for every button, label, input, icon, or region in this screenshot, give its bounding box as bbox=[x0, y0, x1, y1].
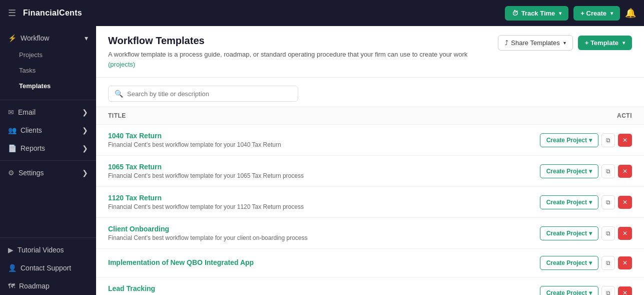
track-time-button[interactable]: ⏱ Track Time ▾ bbox=[505, 6, 569, 21]
copy-button-4[interactable]: ⧉ bbox=[601, 256, 615, 270]
row-actions-4: Create Project ▾ ⧉ ✕ bbox=[522, 256, 632, 270]
share-chevron-icon: ▾ bbox=[563, 40, 566, 46]
share-templates-button[interactable]: ⤴ Share Templates ▾ bbox=[498, 35, 572, 51]
sidebar-item-email[interactable]: ✉ Email ❯ bbox=[0, 103, 96, 121]
create-button[interactable]: + Create ▾ bbox=[573, 6, 620, 21]
page-subtitle: A workflow template is a process guide, … bbox=[108, 50, 483, 69]
row-actions-1: Create Project ▾ ⧉ ✕ bbox=[522, 164, 632, 178]
row-info-2: 1120 Tax Return Financial Cent's best wo… bbox=[108, 194, 522, 210]
topbar: ☰ FinancialCents ⏱ Track Time ▾ + Create… bbox=[0, 0, 644, 26]
row-actions-3: Create Project ▾ ⧉ ✕ bbox=[522, 226, 632, 240]
row-info-0: 1040 Tax Return Financial Cent's best wo… bbox=[108, 132, 522, 148]
table-header: TITLE ACTI bbox=[96, 107, 644, 125]
sidebar-item-tasks[interactable]: Tasks bbox=[0, 63, 96, 78]
sidebar-item-tutorial[interactable]: ▶ Tutorial Videos bbox=[0, 241, 96, 259]
delete-button-0[interactable]: ✕ bbox=[618, 134, 632, 147]
delete-button-3[interactable]: ✕ bbox=[618, 227, 632, 240]
delete-icon-2: ✕ bbox=[622, 199, 627, 206]
create-project-label-5: Create Project bbox=[546, 289, 587, 296]
table-row: Lead Tracking An advanced workflow templ… bbox=[96, 277, 644, 295]
support-icon: 👤 bbox=[8, 264, 17, 272]
template-title-0[interactable]: 1040 Tax Return bbox=[108, 132, 522, 140]
sidebar-item-reports[interactable]: 📄 Reports ❯ bbox=[0, 139, 96, 157]
reports-chevron-icon: ❯ bbox=[82, 144, 88, 152]
header-actions: ⤴ Share Templates ▾ + Template ▾ bbox=[498, 35, 632, 51]
table-body: 1040 Tax Return Financial Cent's best wo… bbox=[96, 125, 644, 295]
copy-button-0[interactable]: ⧉ bbox=[601, 133, 615, 147]
row-info-4: Implementation of New QBO Integrated App bbox=[108, 258, 522, 268]
settings-icon: ⚙ bbox=[8, 169, 15, 177]
sidebar-item-clients[interactable]: 👥 Clients ❯ bbox=[0, 121, 96, 139]
delete-button-2[interactable]: ✕ bbox=[618, 196, 632, 209]
sidebar: ⚡ Workflow ▾ Projects Tasks Templates ✉ … bbox=[0, 26, 96, 295]
search-icon: 🔍 bbox=[115, 90, 123, 98]
template-desc-2: Financial Cent's best workflow template … bbox=[108, 203, 522, 210]
row-info-5: Lead Tracking An advanced workflow templ… bbox=[108, 284, 522, 295]
create-project-label-3: Create Project bbox=[546, 230, 587, 237]
table-row: 1120 Tax Return Financial Cent's best wo… bbox=[96, 187, 644, 218]
delete-icon-3: ✕ bbox=[622, 230, 627, 237]
projects-link[interactable]: (projects) bbox=[108, 61, 135, 68]
sidebar-item-templates[interactable]: Templates bbox=[0, 78, 96, 94]
copy-button-2[interactable]: ⧉ bbox=[601, 195, 615, 209]
reports-icon: 📄 bbox=[8, 144, 17, 152]
clock-icon: ⏱ bbox=[512, 10, 518, 17]
template-desc-1: Financial Cent's best workflow template … bbox=[108, 172, 522, 179]
template-title-5[interactable]: Lead Tracking bbox=[108, 284, 522, 292]
create-project-chevron-icon-3: ▾ bbox=[589, 230, 592, 237]
create-project-label-4: Create Project bbox=[546, 259, 587, 266]
table-row: Client Onboarding Financial Cent's best … bbox=[96, 218, 644, 249]
clients-chevron-icon: ❯ bbox=[82, 126, 88, 134]
main-header: Workflow Templates A workflow template i… bbox=[96, 26, 644, 78]
notifications-icon[interactable]: 🔔 bbox=[625, 8, 636, 19]
sidebar-item-roadmap[interactable]: 🗺 Roadmap bbox=[0, 277, 96, 295]
table-row: 1065 Tax Return Financial Cent's best wo… bbox=[96, 156, 644, 187]
create-project-label-2: Create Project bbox=[546, 199, 587, 206]
create-project-chevron-icon-4: ▾ bbox=[589, 259, 592, 266]
copy-button-1[interactable]: ⧉ bbox=[601, 164, 615, 178]
templates-table: TITLE ACTI 1040 Tax Return Financial Cen… bbox=[96, 107, 644, 295]
email-chevron-icon: ❯ bbox=[82, 108, 88, 116]
template-title-4[interactable]: Implementation of New QBO Integrated App bbox=[108, 258, 522, 266]
template-title-1[interactable]: 1065 Tax Return bbox=[108, 163, 522, 171]
col-actions-label: ACTI bbox=[522, 112, 632, 119]
copy-icon-1: ⧉ bbox=[606, 168, 610, 175]
track-time-chevron-icon: ▾ bbox=[559, 11, 561, 16]
copy-icon-0: ⧉ bbox=[606, 137, 610, 144]
create-project-button-3[interactable]: Create Project ▾ bbox=[540, 226, 598, 240]
create-project-button-2[interactable]: Create Project ▾ bbox=[540, 195, 598, 209]
delete-button-4[interactable]: ✕ bbox=[618, 256, 632, 269]
col-title-label: TITLE bbox=[108, 112, 522, 119]
row-actions-2: Create Project ▾ ⧉ ✕ bbox=[522, 195, 632, 209]
template-title-2[interactable]: 1120 Tax Return bbox=[108, 194, 522, 202]
create-project-button-1[interactable]: Create Project ▾ bbox=[540, 164, 598, 178]
create-project-button-4[interactable]: Create Project ▾ bbox=[540, 256, 598, 270]
delete-button-5[interactable]: ✕ bbox=[618, 286, 632, 296]
copy-icon-2: ⧉ bbox=[606, 199, 610, 206]
create-project-chevron-icon-5: ▾ bbox=[589, 289, 592, 296]
copy-button-5[interactable]: ⧉ bbox=[601, 286, 615, 296]
create-project-button-0[interactable]: Create Project ▾ bbox=[540, 133, 598, 147]
main-content: Workflow Templates A workflow template i… bbox=[96, 26, 644, 295]
template-title-3[interactable]: Client Onboarding bbox=[108, 225, 522, 233]
topbar-actions: ⏱ Track Time ▾ + Create ▾ 🔔 bbox=[505, 6, 636, 21]
delete-icon-0: ✕ bbox=[622, 137, 627, 144]
sidebar-item-projects[interactable]: Projects bbox=[0, 47, 96, 63]
row-info-1: 1065 Tax Return Financial Cent's best wo… bbox=[108, 163, 522, 179]
create-project-label-1: Create Project bbox=[546, 168, 587, 175]
sidebar-item-workflow[interactable]: ⚡ Workflow ▾ bbox=[0, 29, 96, 47]
add-template-button[interactable]: + Template ▾ bbox=[578, 36, 632, 50]
copy-button-3[interactable]: ⧉ bbox=[601, 226, 615, 240]
search-box: 🔍 bbox=[108, 86, 298, 102]
delete-button-1[interactable]: ✕ bbox=[618, 165, 632, 178]
create-project-chevron-icon-0: ▾ bbox=[589, 137, 592, 144]
create-project-chevron-icon-1: ▾ bbox=[589, 168, 592, 175]
table-row: Implementation of New QBO Integrated App… bbox=[96, 249, 644, 277]
tutorial-icon: ▶ bbox=[8, 246, 14, 254]
hamburger-icon[interactable]: ☰ bbox=[8, 8, 16, 19]
sidebar-item-settings[interactable]: ⚙ Settings ❯ bbox=[0, 164, 96, 182]
sidebar-item-support[interactable]: 👤 Contact Support bbox=[0, 259, 96, 277]
search-input[interactable] bbox=[127, 90, 292, 98]
create-project-button-5[interactable]: Create Project ▾ bbox=[540, 286, 598, 296]
workflow-icon: ⚡ bbox=[8, 34, 17, 42]
